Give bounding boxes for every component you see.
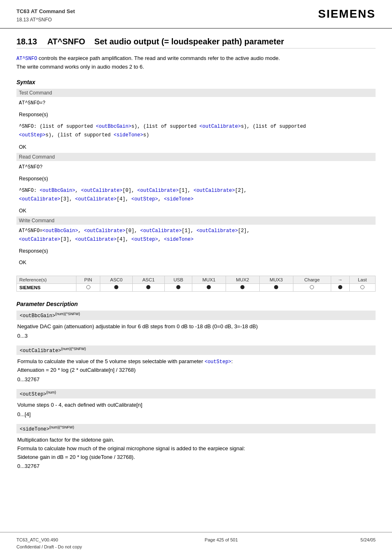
param-outStep-sup: (num) [46,390,56,394]
read-response-row: ^SNFO: <outBbcGain>, <outCalibrate>[0], … [16,184,376,205]
read-command-content: AT^SNFO? [16,161,376,173]
param-outCalibrate-sup: (num)(^SNFW) [61,347,86,351]
test-response-label-row: Response(s) [16,109,376,120]
section-heading: 18.13 AT^SNFO Set audio output (= loudsp… [16,37,376,48]
command-table: Test Command AT^SNFO=? Response(s) ^SNFO… [16,89,376,269]
footer-confidential: Confidential / Draft - Do not copy [16,543,82,551]
dot-mux3 [274,285,278,289]
write-command-text: AT^SNFO=<outBbcGain>, <outCalibrate>[0],… [16,225,376,245]
ref-charge-dot [293,284,331,292]
read-command-header: Read Command [16,153,376,161]
page-header: TC63 AT Command Set 18.13 AT^SNFO SIEMEN… [0,0,392,29]
ref-col-arrow: → [331,276,350,284]
ref-arrow-dot [331,284,350,292]
read-ok: OK [16,205,376,216]
intro-text: AT^SNFO controls the earpiece path ampli… [16,54,376,71]
ref-col-last: Last [349,276,375,284]
test-ok: OK [16,141,376,153]
ref-col-label: Reference(s) [17,276,76,284]
dot-asc1 [146,285,150,289]
test-response-text: ^SNFO: (list of supported <outBbcGain>s)… [16,120,376,141]
param-outStep-label: <outStep>(num) [16,389,376,398]
param-sideTone-range: 0...32767 [16,463,376,469]
dot-arrow [338,285,342,289]
intro-line1: controls the earpiece path amplification… [39,55,280,61]
dot-pin [86,285,90,289]
section-number: 18.13 [16,37,37,46]
param-outBbcGain-sup: (num)(^SNFW) [55,312,80,316]
ref-asc0-dot [100,284,132,292]
param-outStep-desc: Volume steps 0 - 4, each defined with ou… [16,401,376,410]
dot-usb [176,285,180,289]
param-outBbcGain-desc: Negative DAC gain (attenuation) adjustab… [16,322,376,331]
ref-col-charge: Charge [293,276,331,284]
param-description-heading: Parameter Description [16,301,376,307]
code-link: AT^SNFO [16,56,37,62]
ref-mux2-dot [226,284,259,292]
page-footer: TC63_ATC_V00.490 Confidential / Draft - … [0,532,392,555]
param-outCalibrate-desc: Formula to calculate the value of the 5 … [16,357,376,375]
ref-siemens-label: SIEMENS [17,284,76,292]
test-response-row: ^SNFO: (list of supported <outBbcGain>s)… [16,120,376,141]
param-outBbcGain-range: 0...3 [16,333,376,339]
test-command-code: AT^SNFO=? [19,100,46,106]
test-command-content: AT^SNFO=? [16,97,376,109]
syntax-heading: Syntax [16,79,376,85]
ref-pin-dot [76,284,100,292]
read-command-label: Read Command [16,153,376,161]
ref-mux3-dot [259,284,293,292]
read-ok-row: OK [16,205,376,216]
test-ok-row: OK [16,141,376,153]
write-response-label-row: Response(s) [16,245,376,257]
ref-col-mux2: MUX2 [226,276,259,284]
reference-table: Reference(s) PIN ASC0 ASC1 USB MUX1 MUX2… [16,276,376,292]
param-sideTone-label: <sideTone>(num)(^SNFW) [16,424,376,433]
ref-col-asc1: ASC1 [132,276,164,284]
param-sideTone-desc: Multiplication factor for the sidetone g… [16,436,376,461]
param-outBbcGain-label: <outBbcGain>(num)(^SNFW) [16,311,376,320]
write-ok-row: OK [16,257,376,268]
ref-col-usb: USB [165,276,192,284]
read-command-text: AT^SNFO? [16,161,376,173]
dot-asc0 [114,285,118,289]
read-response-label-row: Response(s) [16,173,376,184]
dot-last [360,285,364,289]
ref-col-mux3: MUX3 [259,276,293,284]
ref-header-row: Reference(s) PIN ASC0 ASC1 USB MUX1 MUX2… [17,276,376,284]
ref-col-asc0: ASC0 [100,276,132,284]
test-response-label: Response(s) [16,109,376,120]
read-response-label: Response(s) [16,173,376,184]
write-command-label: Write Command [16,216,376,225]
write-command-header: Write Command [16,216,376,225]
dot-mux2 [240,285,244,289]
ref-col-pin: PIN [76,276,100,284]
param-description-section: Parameter Description <outBbcGain>(num)(… [16,301,376,469]
ref-col-mux1: MUX1 [192,276,226,284]
dot-mux1 [207,285,211,289]
ref-data-row: SIEMENS [17,284,376,292]
header-left: TC63 AT Command Set 18.13 AT^SNFO [16,7,75,24]
section-ref: 18.13 AT^SNFO [16,16,75,24]
param-outCalibrate-label: <outCalibrate>(num)(^SNFW) [16,345,376,355]
ref-usb-dot [165,284,192,292]
section-title: AT^SNFO [47,37,85,46]
read-response-text: ^SNFO: <outBbcGain>, <outCalibrate>[0], … [16,184,376,205]
read-command-code: AT^SNFO? [19,164,43,170]
dot-charge [310,285,314,289]
write-ok: OK [16,257,376,268]
footer-left: TC63_ATC_V00.490 Confidential / Draft - … [16,537,82,551]
test-command-text: AT^SNFO=? [16,97,376,109]
footer-date: 5/24/05 [360,537,376,551]
siemens-logo: SIEMENS [318,7,376,21]
test-command-label: Test Command [16,89,376,97]
test-command-header: Test Command [16,89,376,97]
section-subtitle: Set audio output (= loudspeaker path) pa… [95,37,284,46]
intro-line2: The write command works only in audio mo… [16,64,144,70]
ref-asc1-dot [132,284,164,292]
footer-page: Page 425 of 501 [205,537,238,551]
write-command-content: AT^SNFO=<outBbcGain>, <outCalibrate>[0],… [16,225,376,245]
main-content: 18.13 AT^SNFO Set audio output (= loudsp… [0,29,392,484]
write-response-label: Response(s) [16,245,376,257]
doc-title: TC63 AT Command Set [16,7,75,16]
param-outCalibrate-range: 0...32767 [16,376,376,382]
